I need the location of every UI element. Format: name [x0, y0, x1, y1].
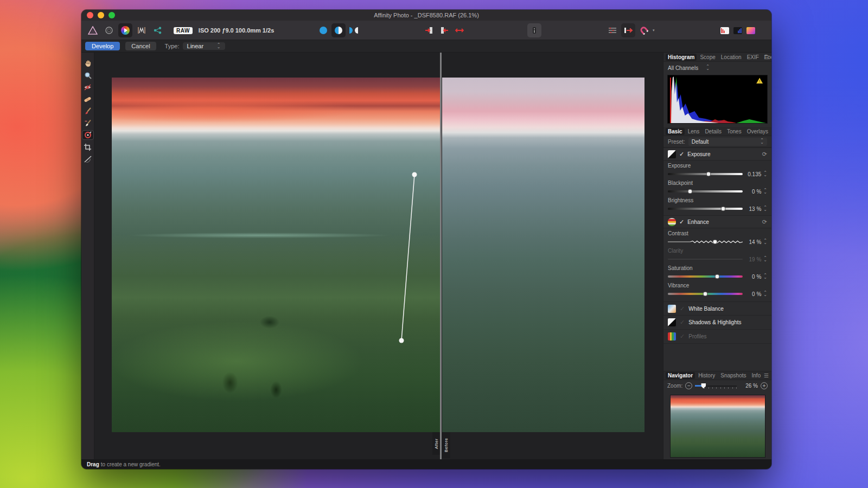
before-photo[interactable]	[442, 78, 644, 432]
clipped-saturation-toggle[interactable]	[746, 27, 755, 34]
export-persona-icon[interactable]	[151, 23, 165, 37]
exposure-enabled-checkbox[interactable]: ✓	[679, 151, 684, 158]
tab-lens[interactable]: Lens	[686, 128, 702, 135]
overlay-erase-tool[interactable]	[82, 119, 93, 127]
enhance-reset-icon[interactable]: ⟳	[762, 219, 767, 226]
split-position-left-button[interactable]	[422, 23, 436, 37]
liquify-persona-icon[interactable]	[102, 23, 116, 37]
vibrance-slider-thumb[interactable]	[703, 292, 708, 297]
gradient-type-select[interactable]: Linear ⌃⌄	[183, 42, 225, 50]
tab-exif[interactable]: EXIF	[745, 54, 761, 61]
saturation-slider-thumb[interactable]	[715, 274, 720, 279]
blackpoint-slider-thumb[interactable]	[688, 189, 693, 194]
split-divider[interactable]	[440, 53, 442, 459]
single-view-button[interactable]	[316, 23, 330, 37]
contrast-slider[interactable]	[668, 240, 743, 244]
mirror-view-button[interactable]	[347, 23, 361, 37]
exposure-slider[interactable]	[668, 173, 743, 175]
enhance-section-icon	[668, 218, 676, 226]
zoom-tool[interactable]	[82, 71, 93, 80]
snapping-toggle-icon[interactable]	[621, 23, 635, 37]
assistant-button[interactable]	[527, 23, 541, 37]
tab-basic[interactable]: Basic	[666, 128, 685, 135]
panel-menu-icon[interactable]: ☰	[764, 54, 769, 60]
channel-selector-value: All Channels	[668, 65, 698, 71]
zoom-slider[interactable]	[695, 383, 737, 389]
tab-info[interactable]: Info	[750, 372, 763, 379]
tab-histogram[interactable]: Histogram	[666, 54, 697, 61]
profiles-checkbox[interactable]: ✓	[680, 333, 685, 340]
exposure-reset-icon[interactable]: ⟳	[762, 151, 767, 158]
white-balance-checkbox[interactable]: ✓	[680, 305, 685, 312]
blackpoint-slider[interactable]	[668, 190, 743, 192]
tab-details[interactable]: Details	[703, 128, 724, 135]
slider-label: Exposure	[668, 163, 767, 169]
preset-label: Preset:	[668, 139, 685, 145]
magnet-dropdown-arrow[interactable]: ▾	[653, 28, 655, 33]
tab-scope[interactable]: Scope	[698, 54, 717, 61]
exposure-section-icon	[668, 150, 676, 158]
title-bar[interactable]: Affinity Photo - _DSF8580.RAF (26.1%)	[81, 10, 771, 21]
tab-overlays[interactable]: Overlays	[745, 128, 770, 135]
exposure-slider-thumb[interactable]	[706, 172, 711, 177]
overlay-gradient-tool[interactable]	[82, 131, 93, 139]
brightness-value: 13 %	[745, 206, 761, 212]
main-toolbar: RAW ISO 200 ƒ9.0 100.0mm 1/2s	[81, 21, 771, 40]
split-view-button[interactable]	[331, 23, 346, 37]
clarity-slider[interactable]	[668, 259, 743, 260]
tools-rail	[81, 53, 94, 459]
photo-canvas[interactable]: After Before	[94, 53, 663, 459]
studio-panel: Histogram Scope Location EXIF Focus ☰ Al…	[663, 53, 771, 459]
profiles-title: Profiles	[688, 333, 767, 339]
navigator-menu-icon[interactable]: ☰	[764, 373, 769, 378]
adjustment-tab-bar: Basic Lens Details Tones Overlays	[663, 127, 771, 136]
slider-label: Contrast	[668, 230, 767, 236]
view-hand-tool[interactable]	[82, 59, 93, 68]
red-eye-removal-tool[interactable]	[82, 83, 93, 92]
channel-selector[interactable]: All Channels ⌃⌄	[668, 65, 710, 71]
develop-button[interactable]: Develop	[85, 42, 120, 50]
split-position-right-button[interactable]	[437, 23, 451, 37]
navigator-thumbnail[interactable]	[670, 395, 765, 458]
contrast-slider-thumb[interactable]	[713, 240, 718, 245]
shadows-highlights-title: Shadows & Highlights	[688, 319, 767, 325]
develop-persona-icon[interactable]	[118, 23, 132, 37]
after-photo[interactable]	[112, 78, 441, 432]
enhance-enabled-checkbox[interactable]: ✓	[679, 219, 684, 226]
overlay-paint-tool[interactable]	[82, 107, 93, 115]
tone-mapping-persona-icon[interactable]	[135, 23, 149, 37]
shadows-highlights-checkbox[interactable]: ✓	[680, 319, 685, 326]
tab-snapshots[interactable]: Snapshots	[718, 372, 748, 379]
vibrance-slider[interactable]	[668, 293, 743, 295]
status-action: Drag	[87, 461, 99, 467]
vibrance-value: 0 %	[745, 291, 761, 297]
tab-history[interactable]: History	[696, 372, 717, 379]
slider-label: Saturation	[668, 265, 767, 271]
enhance-section-title: Enhance	[687, 219, 759, 225]
blemish-removal-tool[interactable]	[82, 95, 93, 104]
magnet-snapping-icon[interactable]	[637, 23, 651, 37]
grid-options-icon[interactable]	[605, 23, 620, 37]
clipped-shadows-toggle[interactable]	[733, 27, 742, 34]
saturation-slider[interactable]	[668, 275, 743, 278]
tab-navigator[interactable]: Navigator	[666, 372, 695, 379]
crop-tool[interactable]	[82, 143, 93, 151]
swap-split-button[interactable]	[452, 23, 467, 37]
exposure-value: 0.135	[745, 171, 761, 177]
develop-action-bar: Develop Cancel Type: Linear ⌃⌄	[81, 40, 771, 53]
tab-tones[interactable]: Tones	[725, 128, 744, 135]
white-balance-icon	[668, 305, 676, 313]
zoom-in-button[interactable]: +	[761, 382, 768, 389]
preset-select[interactable]: Default ⌃⌄	[688, 138, 767, 146]
zoom-out-button[interactable]: −	[685, 382, 692, 389]
blackpoint-value: 0 %	[745, 189, 761, 195]
straighten-tool[interactable]	[82, 155, 93, 163]
tab-location[interactable]: Location	[719, 54, 744, 61]
status-bar: Drag to create a new gradient.	[81, 459, 771, 469]
brightness-slider-thumb[interactable]	[721, 207, 726, 211]
cancel-button[interactable]: Cancel	[125, 42, 156, 50]
brightness-slider[interactable]	[668, 208, 743, 210]
desktop-wallpaper: Affinity Photo - _DSF8580.RAF (26.1%)	[0, 0, 868, 488]
histogram-tab-bar: Histogram Scope Location EXIF Focus ☰	[663, 53, 771, 62]
clipped-highlights-toggle[interactable]	[720, 27, 729, 34]
